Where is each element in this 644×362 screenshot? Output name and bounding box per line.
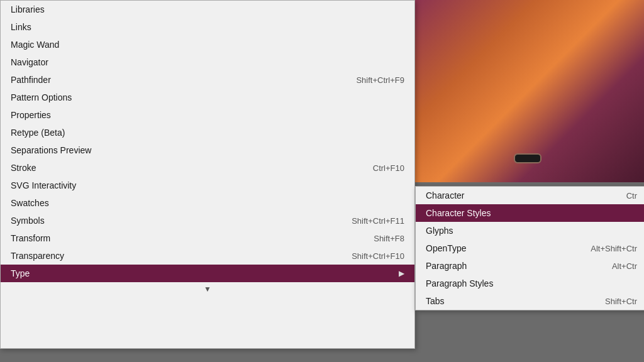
submenu-item-label: Character [426, 190, 464, 200]
submenu-item-glyphs[interactable]: Glyphs [416, 222, 644, 239]
menu-item-type[interactable]: Type▶ [1, 265, 414, 282]
menu-item-links[interactable]: Links [1, 18, 414, 36]
menu-item-svg-interactivity[interactable]: SVG Interactivity [1, 177, 414, 194]
scroll-down-indicator: ▼ [1, 282, 414, 296]
submenu-item-shortcut: Alt+Shift+Ctr [591, 244, 637, 253]
submenu-item-label: Glyphs [426, 226, 453, 236]
window-menu-dropdown: LibrariesLinksMagic WandNavigatorPathfin… [0, 0, 415, 349]
submenu-item-label: OpenType [426, 243, 467, 253]
menu-item-label: Links [11, 22, 31, 32]
menu-item-navigator[interactable]: Navigator [1, 53, 414, 71]
submenu-item-character-styles[interactable]: Character Styles [416, 204, 644, 222]
menu-item-label: Type [11, 268, 30, 278]
submenu-item-character[interactable]: CharacterCtr [416, 187, 644, 204]
submenu-item-tabs[interactable]: TabsShift+Ctr [416, 292, 644, 310]
submenu-item-paragraph[interactable]: ParagraphAlt+Ctr [416, 257, 644, 275]
submenu-item-label: Tabs [426, 296, 445, 306]
menu-item-shortcut: Shift+Ctrl+F11 [352, 216, 404, 226]
menu-item-swatches[interactable]: Swatches [1, 194, 414, 212]
submenu-arrow-icon: ▶ [399, 269, 404, 278]
submenu-item-shortcut: Shift+Ctr [605, 297, 637, 306]
artwork-url-bar [514, 153, 541, 163]
menu-item-label: Properties [11, 110, 51, 120]
menu-item-shortcut: Ctrl+F10 [373, 163, 404, 173]
menu-item-label: Pattern Options [11, 92, 72, 102]
menu-item-pathfinder[interactable]: PathfinderShift+Ctrl+F9 [1, 71, 414, 89]
menu-item-properties[interactable]: Properties [1, 106, 414, 124]
menu-item-label: Magic Wand [11, 40, 59, 50]
submenu-item-opentype[interactable]: OpenTypeAlt+Shift+Ctr [416, 239, 644, 257]
menu-item-label: Libraries [11, 4, 45, 14]
artwork-preview [411, 0, 644, 182]
menu-item-shortcut: Shift+Ctrl+F10 [352, 251, 404, 261]
menu-item-shortcut: Shift+Ctrl+F9 [356, 75, 404, 85]
submenu-item-label: Character Styles [426, 208, 491, 218]
menu-item-label: Retype (Beta) [11, 128, 65, 138]
menu-item-shortcut: Shift+F8 [374, 234, 404, 243]
menu-item-label: Stroke [11, 163, 36, 173]
submenu-item-paragraph-styles[interactable]: Paragraph Styles [416, 275, 644, 292]
menu-item-label: Transform [11, 233, 50, 243]
type-submenu-dropdown: CharacterCtrCharacter StylesGlyphsOpenTy… [415, 186, 644, 310]
menu-item-retype-beta[interactable]: Retype (Beta) [1, 124, 414, 141]
submenu-item-shortcut: Ctr [626, 191, 637, 200]
menu-item-stroke[interactable]: StrokeCtrl+F10 [1, 159, 414, 177]
menu-item-label: Navigator [11, 57, 48, 67]
menu-item-transform[interactable]: TransformShift+F8 [1, 229, 414, 247]
menu-item-label: Separations Preview [11, 145, 91, 155]
menu-item-transparency[interactable]: TransparencyShift+Ctrl+F10 [1, 247, 414, 265]
menu-item-label: Swatches [11, 198, 49, 208]
menu-item-label: Symbols [11, 216, 45, 226]
menu-item-label: Pathfinder [11, 75, 51, 85]
menu-item-libraries[interactable]: Libraries [1, 1, 414, 18]
menu-item-label: Transparency [11, 251, 64, 261]
menu-item-magic-wand[interactable]: Magic Wand [1, 36, 414, 53]
submenu-item-label: Paragraph Styles [426, 278, 493, 288]
submenu-item-shortcut: Alt+Ctr [612, 261, 637, 271]
menu-item-separations-preview[interactable]: Separations Preview [1, 141, 414, 159]
submenu-item-label: Paragraph [426, 261, 467, 271]
menu-item-pattern-options[interactable]: Pattern Options [1, 89, 414, 106]
menu-item-symbols[interactable]: SymbolsShift+Ctrl+F11 [1, 212, 414, 229]
menu-item-label: SVG Interactivity [11, 180, 76, 190]
